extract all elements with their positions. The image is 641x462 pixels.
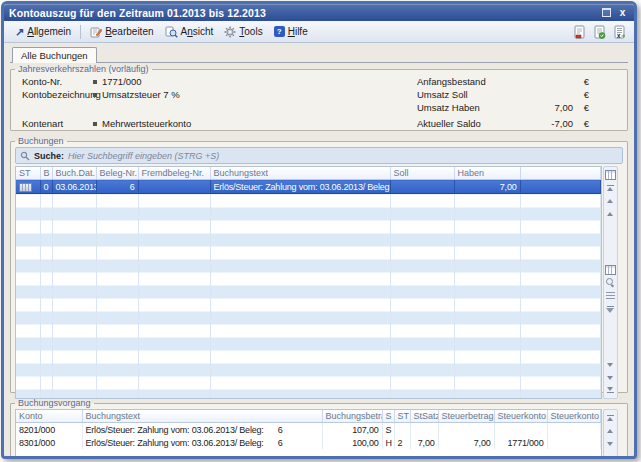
col-st[interactable]: ST [394, 410, 410, 423]
col-steuerbetrag[interactable]: Steuerbetrag [438, 410, 494, 423]
cell-konto: 8301/000 [16, 436, 82, 449]
table-row[interactable]: 8301/000 Erlös/Steuer: Zahlung vom: 03.0… [16, 436, 600, 449]
scroll-bottom-button[interactable] [605, 385, 616, 396]
cell-st [16, 180, 40, 194]
currency-symbol: € [577, 89, 589, 100]
scroll-page-down-button[interactable] [605, 372, 616, 383]
field-value: Umsatzsteuer 7 % [93, 89, 180, 100]
table-nav-strip [603, 166, 618, 399]
menu-bar: ↗ Allgemein Bearbeiten Ansicht Tools ? H… [4, 21, 634, 43]
field-label: Anfangsbestand [417, 76, 486, 87]
menu-bearbeiten[interactable]: Bearbeiten [85, 24, 158, 40]
excel-export-button[interactable] [611, 24, 628, 40]
cell-haben: 7,00 [454, 180, 520, 194]
table-row[interactable]: 8201/000 Erlös/Steuer: Zahlung vom: 03.0… [16, 423, 600, 437]
app-window: Kontoauszug für den Zeitraum 01.2013 bis… [1, 1, 637, 459]
menu-allgemein[interactable]: ↗ Allgemein [10, 24, 76, 39]
scroll-up-button[interactable] [605, 195, 616, 206]
bullet-icon [93, 93, 97, 97]
field-value: 1771/000 [93, 76, 142, 87]
restore-button[interactable] [600, 7, 613, 19]
search-icon [20, 151, 30, 161]
filter-icon[interactable] [605, 303, 616, 314]
vorgang-grid: Konto Buchungstext Buchungsbetrag S ST S… [15, 409, 602, 457]
cell-steuerkonto1 [494, 423, 547, 437]
cell-buchungsbetrag: 100,00 [322, 436, 382, 449]
col-stsatz[interactable]: StSatz [410, 410, 438, 423]
col-fremdbelegnr[interactable]: Fremdbeleg-Nr. [138, 167, 210, 180]
cell-s: H [382, 436, 394, 449]
scroll-down-button[interactable] [605, 438, 616, 449]
cell-stsatz [410, 423, 438, 437]
col-s[interactable]: S [382, 410, 394, 423]
bullet-icon [93, 122, 97, 126]
col-haben[interactable]: Haben [454, 167, 520, 180]
tab-alle-buchungen[interactable]: Alle Buchungen [12, 47, 97, 63]
vorgang-table: Konto Buchungstext Buchungsbetrag S ST S… [16, 410, 601, 449]
col-buchungsbetrag[interactable]: Buchungsbetrag [322, 410, 382, 423]
sum-icon[interactable] [605, 290, 616, 301]
group-jahresverkehrszahlen: Jahresverkehrszahlen (vorläufig) Konto-N… [10, 65, 628, 131]
view-grid-icon[interactable] [605, 264, 616, 275]
menu-label: Allgemein [27, 26, 71, 37]
menu-ansicht[interactable]: Ansicht [160, 24, 219, 40]
col-st[interactable]: ST [16, 167, 40, 180]
col-b[interactable]: B [40, 167, 52, 180]
cell-st: 2 [394, 436, 410, 449]
booking-type-icon [19, 183, 32, 192]
cell-steuerbetrag [438, 423, 494, 437]
empty-rows-filler [16, 194, 600, 400]
scroll-top-button[interactable] [605, 182, 616, 193]
search-input[interactable] [68, 150, 618, 162]
menu-label: Hilfe [288, 26, 308, 37]
vorgang-table-wrap: Konto Buchungstext Buchungsbetrag S ST S… [15, 409, 623, 457]
export-button[interactable] [591, 24, 608, 40]
currency-symbol: € [577, 76, 589, 87]
menu-hilfe[interactable]: ? Hilfe [269, 24, 313, 39]
menu-label: Bearbeiten [105, 26, 153, 37]
menu-tools[interactable]: Tools [219, 24, 267, 40]
col-empty [520, 167, 600, 180]
search-bar[interactable]: Suche: [15, 147, 623, 164]
field-label: Umsatz Soll [417, 89, 468, 100]
restore-icon [602, 8, 611, 17]
col-soll[interactable]: Soll [390, 167, 454, 180]
close-button[interactable]: x [616, 7, 629, 19]
cell-buchungstext: Erlös/Steuer: Zahlung vom: 03.06.2013/ B… [82, 423, 322, 437]
col-konto[interactable]: Konto [16, 410, 82, 423]
group-title: Buchungen [15, 137, 67, 146]
column-chooser-icon[interactable] [605, 169, 616, 180]
field-value: Mehrwertsteuerkonto [93, 118, 191, 129]
field-label: Kontobezeichnung [22, 89, 101, 100]
col-buchungstext[interactable]: Buchungstext [210, 167, 390, 180]
col-steuerkonto1[interactable]: Steuerkonto 1 [494, 410, 547, 423]
field-label: Kontenart [22, 118, 63, 129]
cell-buchungsbetrag: 107,00 [322, 423, 382, 437]
field-label: Konto-Nr. [22, 76, 62, 87]
view-magnifier-icon [165, 26, 178, 38]
scroll-up-button[interactable] [605, 425, 616, 436]
col-belegnr[interactable]: Beleg-Nr. [96, 167, 138, 180]
print-icon [573, 25, 586, 39]
menu-label: Ansicht [181, 26, 214, 37]
cell-soll [390, 180, 454, 194]
zoom-icon[interactable] [605, 277, 616, 288]
print-button[interactable] [571, 24, 588, 40]
col-buchungstext[interactable]: Buchungstext [82, 410, 322, 423]
gear-icon [224, 26, 236, 38]
scroll-page-up-button[interactable] [605, 208, 616, 219]
cell-buchungstext: Erlös/Steuer: Zahlung vom: 03.06.2013/ B… [82, 436, 322, 449]
scroll-top-button[interactable] [605, 412, 616, 423]
diagonal-arrow-icon: ↗ [15, 27, 24, 37]
scroll-down-button[interactable] [605, 359, 616, 370]
tab-strip: Alle Buchungen [10, 45, 628, 63]
col-buchdat[interactable]: Buch.Dat. [52, 167, 96, 180]
group-buchungen: Buchungen Suche: ST [10, 137, 628, 393]
col-steuerkonto2[interactable]: Steuerkonto 2 [547, 410, 600, 423]
table-row-selected[interactable]: 0 03.06.2013 6 Erlös/Steuer: Zahlung vom… [16, 180, 600, 194]
group-buchungsvorgang: Buchungsvorgang Konto Buchungstext Buchu… [10, 399, 628, 459]
bullet-icon [93, 80, 97, 84]
cell-steuerbetrag: 7,00 [438, 436, 494, 449]
cell-fremdbelegnr [138, 180, 210, 194]
menu-separator [80, 25, 81, 39]
